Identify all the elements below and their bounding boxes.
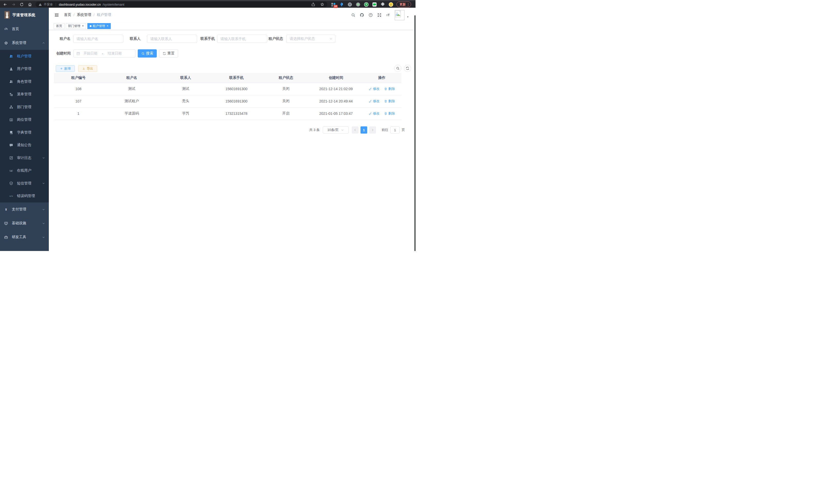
app-logo[interactable]: 芋道管理系统 bbox=[0, 8, 49, 22]
sidebar-item-error-code[interactable]: </> 错误码管理 bbox=[0, 190, 49, 203]
extensions-puzzle-icon[interactable] bbox=[380, 2, 385, 7]
close-icon[interactable]: × bbox=[107, 24, 109, 28]
prev-page-button[interactable] bbox=[352, 126, 359, 134]
plus-icon bbox=[60, 67, 63, 70]
sidebar-fold-icon[interactable] bbox=[54, 12, 59, 18]
browser-nav-buttons bbox=[0, 2, 35, 7]
end-date[interactable]: 结束日期 bbox=[107, 51, 123, 56]
browser-update-button[interactable]: 更新 bbox=[397, 2, 411, 7]
contact-input[interactable] bbox=[147, 35, 197, 43]
back-icon[interactable] bbox=[3, 2, 7, 7]
extension-record-icon[interactable] bbox=[355, 2, 361, 7]
url-path[interactable]: /system/tenant bbox=[103, 3, 124, 6]
help-icon[interactable]: ? bbox=[369, 13, 373, 17]
sidebar-item-role[interactable]: 角色管理 bbox=[0, 75, 49, 88]
tenant-name-label: 租户名 bbox=[59, 36, 70, 41]
show-search-button[interactable] bbox=[394, 65, 401, 72]
tab-tenant[interactable]: 租户管理 × bbox=[87, 23, 111, 29]
current-page[interactable]: 1 bbox=[361, 126, 367, 134]
svg-text:Y: Y bbox=[365, 3, 367, 6]
sidebar-item-user[interactable]: 用户管理 bbox=[0, 63, 49, 76]
tab-dept[interactable]: 部门管理 × bbox=[66, 23, 86, 29]
goto-page-input[interactable] bbox=[390, 126, 400, 134]
delete-button[interactable]: 删除 bbox=[384, 111, 395, 116]
security-warning-icon[interactable] bbox=[38, 3, 42, 6]
search-button[interactable]: 搜索 bbox=[138, 49, 157, 58]
sidebar-item-audit-log[interactable]: 审计日志 bbox=[0, 152, 49, 165]
sidebar-item-home[interactable]: 首页 bbox=[0, 22, 49, 36]
yen-icon: ¥ bbox=[4, 208, 8, 211]
reload-icon[interactable] bbox=[20, 2, 24, 7]
extension-kite-icon[interactable] bbox=[339, 2, 344, 7]
sidebar-item-dev-tools[interactable]: 研发工具 bbox=[0, 230, 49, 244]
github-icon[interactable] bbox=[360, 13, 364, 17]
sidebar-item-dict[interactable]: 字典管理 bbox=[0, 126, 49, 139]
chevron-down-icon bbox=[42, 182, 45, 185]
avatar[interactable] bbox=[395, 10, 404, 20]
url-host[interactable]: dashboard.yudao.iocoder.cn bbox=[59, 3, 101, 6]
sidebar-item-online-user[interactable]: 在线用户 bbox=[0, 165, 49, 177]
monitor-icon bbox=[4, 221, 8, 225]
page-size-select[interactable]: 10条/页 bbox=[323, 126, 349, 134]
org-tree-icon bbox=[9, 105, 13, 109]
profile-emoji-icon[interactable] bbox=[389, 2, 393, 7]
calendar-icon bbox=[76, 52, 80, 56]
sidebar-item-post[interactable]: 岗位管理 bbox=[0, 114, 49, 126]
extension-blocks-icon[interactable]: 10 bbox=[331, 2, 336, 7]
export-button[interactable]: 导出 bbox=[78, 65, 97, 72]
sidebar-item-tenant[interactable]: 租户管理 bbox=[0, 50, 49, 63]
reset-button[interactable]: 重置 bbox=[159, 49, 178, 58]
home-icon[interactable] bbox=[28, 2, 32, 7]
browser-menu-icon[interactable] bbox=[406, 3, 410, 6]
add-button[interactable]: 新增 bbox=[56, 65, 75, 72]
forward-icon[interactable] bbox=[11, 2, 16, 7]
sidebar-item-notice[interactable]: 通知公告 bbox=[0, 139, 49, 152]
tenant-name-input[interactable] bbox=[73, 35, 123, 43]
table-row: 107 测试租户 秃头 15601691300 关闭 2021-12-14 20… bbox=[54, 95, 401, 108]
delete-button[interactable]: 删除 bbox=[384, 99, 395, 103]
extension-command-icon[interactable]: ⌘ bbox=[347, 2, 352, 7]
breadcrumb-home[interactable]: 首页 bbox=[64, 12, 71, 17]
breadcrumb-system[interactable]: 系统管理 bbox=[77, 12, 91, 17]
next-page-button[interactable] bbox=[369, 126, 376, 134]
edit-button[interactable]: 修改 bbox=[369, 87, 379, 91]
app-title: 芋道管理系统 bbox=[12, 12, 35, 18]
status-select[interactable]: 请选择租户状态 bbox=[286, 35, 335, 43]
extension-chat-icon[interactable] bbox=[372, 2, 377, 7]
edit-button[interactable]: 修改 bbox=[369, 99, 379, 103]
col-phone: 联系手机 bbox=[211, 73, 262, 83]
tab-home[interactable]: 首页 bbox=[54, 23, 64, 29]
sidebar-item-dept[interactable]: 部门管理 bbox=[0, 101, 49, 114]
header-actions: ? TT bbox=[347, 9, 416, 20]
security-label[interactable]: 不安全 bbox=[44, 2, 53, 7]
sidebar-item-menu[interactable]: 菜单管理 bbox=[0, 88, 49, 101]
table-row: 1 芋道源码 芋艿 17321315478 开启 2021-01-05 17:0… bbox=[54, 108, 401, 120]
sidebar-item-sms[interactable]: 短信管理 bbox=[0, 177, 49, 190]
sidebar-item-payment[interactable]: ¥ 支付管理 bbox=[0, 202, 49, 216]
close-icon[interactable]: × bbox=[82, 24, 84, 28]
extension-badge: 10 bbox=[334, 5, 338, 8]
sidebar-item-system[interactable]: 系统管理 bbox=[0, 36, 49, 50]
broken-image-icon bbox=[395, 10, 404, 17]
date-range-picker[interactable]: 开始日期 - 结束日期 bbox=[74, 49, 136, 58]
sidebar-item-infra[interactable]: 基础设施 bbox=[0, 216, 49, 230]
search-icon[interactable] bbox=[351, 13, 355, 17]
font-size-icon[interactable]: TT bbox=[386, 13, 390, 17]
refresh-table-button[interactable] bbox=[404, 65, 411, 72]
share-icon[interactable] bbox=[311, 2, 315, 6]
phone-input[interactable] bbox=[217, 35, 267, 43]
edit-button[interactable]: 修改 bbox=[369, 111, 379, 116]
chevron-down-icon bbox=[341, 128, 344, 131]
col-tenant-name: 租户名 bbox=[103, 73, 161, 83]
address-bar[interactable]: 不安全 dashboard.yudao.iocoder.cn/system/te… bbox=[35, 2, 327, 7]
fullscreen-icon[interactable] bbox=[377, 13, 381, 17]
start-date[interactable]: 开始日期 bbox=[83, 51, 98, 56]
users-icon bbox=[9, 80, 13, 84]
window-edge bbox=[414, 16, 416, 251]
delete-button[interactable]: 删除 bbox=[384, 87, 395, 91]
chevron-down-icon bbox=[42, 208, 45, 211]
active-dot bbox=[90, 25, 91, 27]
bookmark-star-icon[interactable] bbox=[320, 2, 324, 6]
extension-y-icon[interactable]: Y bbox=[364, 2, 369, 7]
avatar-caret-icon[interactable] bbox=[406, 16, 409, 18]
